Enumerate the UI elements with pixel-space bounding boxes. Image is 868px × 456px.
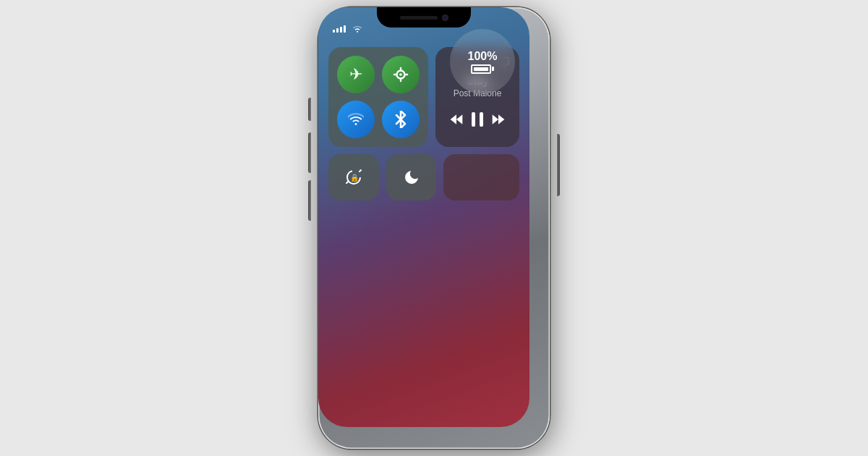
svg-point-1 — [399, 73, 402, 76]
volume-up-button[interactable] — [308, 132, 311, 173]
bottom-row: 🔒 — [328, 154, 519, 200]
wifi-status-icon — [352, 24, 363, 33]
battery-icon — [471, 64, 494, 74]
rotation-lock-button[interactable]: 🔒 — [328, 154, 379, 200]
front-camera — [442, 14, 448, 21]
cellular-button[interactable] — [382, 56, 420, 93]
bluetooth-icon — [395, 111, 407, 128]
battery-fill — [474, 67, 488, 71]
svg-marker-6 — [451, 114, 456, 124]
airplane-mode-button[interactable]: ✈ — [337, 56, 375, 93]
screen-mirroring-button[interactable] — [443, 154, 519, 200]
signal-bar-2 — [336, 28, 339, 33]
notch — [377, 7, 471, 28]
pause-icon — [471, 111, 484, 127]
signal-bar-4 — [344, 25, 346, 33]
power-button[interactable] — [557, 134, 560, 196]
next-track-button[interactable] — [488, 110, 509, 132]
battery-body — [471, 64, 491, 74]
svg-rect-9 — [480, 112, 483, 127]
do-not-disturb-button[interactable] — [386, 154, 437, 200]
mute-button[interactable] — [308, 98, 311, 121]
wifi-toggle-button[interactable] — [337, 101, 375, 138]
battery-tip — [492, 67, 494, 71]
music-controls — [446, 106, 509, 137]
signal-bars — [333, 25, 346, 33]
status-left — [333, 24, 363, 35]
phone-container: 100% ✈ — [311, 4, 557, 452]
speaker — [400, 16, 438, 20]
airplane-icon: ✈ — [349, 65, 362, 84]
connectivity-panel: ✈ — [328, 47, 428, 147]
cellular-icon — [393, 67, 409, 83]
prev-track-button[interactable] — [446, 110, 467, 132]
volume-down-button[interactable] — [308, 180, 311, 221]
svg-marker-11 — [498, 114, 504, 124]
rewind-icon — [449, 113, 464, 126]
pause-button[interactable] — [468, 109, 487, 134]
battery-indicator: 100% — [450, 29, 515, 94]
moon-icon — [403, 169, 420, 186]
bluetooth-button[interactable] — [382, 101, 420, 138]
signal-bar-1 — [333, 30, 335, 33]
svg-text:🔒: 🔒 — [350, 173, 359, 182]
phone-shell: 100% ✈ — [318, 7, 550, 449]
svg-marker-10 — [493, 114, 498, 124]
rotation-lock-icon: 🔒 — [344, 167, 364, 187]
svg-marker-7 — [456, 114, 462, 124]
fast-forward-icon — [491, 113, 506, 126]
svg-rect-8 — [472, 112, 475, 127]
battery-percent-text: 100% — [468, 50, 498, 63]
wifi-control-icon — [348, 112, 364, 127]
signal-bar-3 — [340, 27, 342, 33]
phone-screen: 100% ✈ — [318, 7, 529, 427]
